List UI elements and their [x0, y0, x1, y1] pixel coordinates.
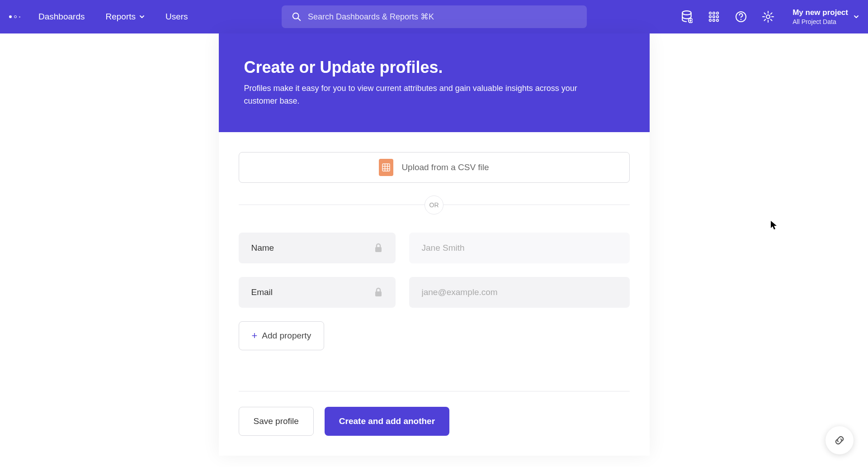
svg-rect-21 [375, 247, 382, 252]
project-name: My new project [793, 8, 848, 18]
apps-grid-button[interactable] [708, 10, 720, 23]
chevron-down-icon [854, 14, 859, 19]
divider-label: OR [425, 195, 443, 214]
plus-icon: + [252, 330, 258, 342]
nav-links: Dashboards Reports Users [38, 12, 188, 22]
name-field-row: Name [239, 233, 630, 263]
hero-description: Profiles make it easy for you to view cu… [244, 82, 606, 108]
svg-point-9 [717, 16, 719, 18]
csv-file-icon [379, 159, 393, 176]
hero-section: Create or Update profiles. Profiles make… [219, 33, 650, 132]
svg-point-10 [709, 19, 712, 22]
hero-title: Create or Update profiles. [244, 58, 624, 77]
project-selector[interactable]: My new project All Project Data [793, 8, 859, 26]
email-label-box: Email [239, 277, 396, 308]
top-navigation-bar: Dashboards Reports Users [0, 0, 868, 33]
floating-link-button[interactable] [826, 426, 854, 454]
project-subtitle: All Project Data [793, 18, 848, 26]
create-and-add-another-button[interactable]: Create and add another [325, 407, 449, 436]
svg-line-1 [298, 18, 300, 20]
svg-point-6 [717, 12, 719, 14]
add-property-button[interactable]: + Add property [239, 321, 325, 350]
save-profile-button[interactable]: Save profile [239, 407, 314, 436]
name-label: Name [251, 243, 274, 253]
lock-icon [374, 287, 383, 297]
settings-button[interactable] [762, 10, 774, 23]
svg-point-14 [741, 19, 742, 20]
svg-point-5 [713, 12, 715, 14]
main-card: Create or Update profiles. Profiles make… [219, 33, 650, 456]
svg-rect-22 [375, 291, 382, 296]
menu-toggle-button[interactable] [9, 15, 20, 18]
nav-reports[interactable]: Reports [105, 12, 145, 22]
name-input[interactable] [409, 233, 630, 263]
help-button[interactable] [735, 10, 747, 23]
name-label-box: Name [239, 233, 396, 263]
svg-point-12 [717, 19, 719, 22]
apps-grid-icon [708, 11, 719, 22]
chevron-down-icon [139, 14, 145, 19]
email-input[interactable] [409, 277, 630, 308]
email-field-row: Email [239, 277, 630, 308]
search-icon [292, 12, 302, 22]
svg-point-4 [709, 12, 712, 14]
search-input[interactable] [308, 12, 577, 22]
svg-point-11 [713, 19, 715, 22]
add-property-label: Add property [262, 331, 311, 341]
database-icon [681, 10, 693, 23]
nav-dashboards[interactable]: Dashboards [38, 12, 85, 22]
or-divider: OR [239, 195, 630, 214]
svg-point-7 [709, 16, 712, 18]
search-box[interactable] [282, 5, 587, 28]
database-icon-button[interactable] [680, 10, 693, 23]
svg-point-8 [713, 16, 715, 18]
footer-divider [239, 391, 630, 391]
nav-users[interactable]: Users [165, 12, 188, 22]
link-icon [833, 434, 846, 447]
upload-csv-button[interactable]: Upload from a CSV file [239, 152, 630, 183]
nav-reports-label: Reports [105, 12, 136, 22]
svg-rect-16 [382, 164, 390, 171]
lock-icon [374, 243, 383, 253]
footer-actions: Save profile Create and add another [239, 407, 630, 436]
upload-label: Upload from a CSV file [401, 162, 489, 172]
help-icon [735, 11, 747, 23]
svg-point-2 [682, 11, 691, 15]
gear-icon [762, 10, 774, 23]
svg-point-15 [766, 15, 770, 19]
email-label: Email [251, 287, 273, 297]
